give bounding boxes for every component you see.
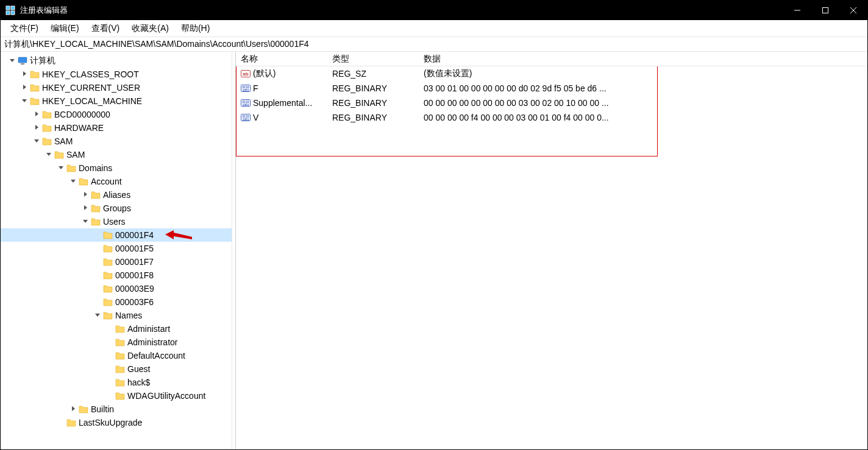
folder-icon — [103, 244, 113, 253]
folder-icon — [54, 150, 64, 160]
chevron-down-icon[interactable] — [20, 96, 30, 106]
tree-toggle-empty — [57, 418, 66, 427]
tree-node[interactable]: Domains — [1, 161, 232, 175]
folder-icon — [103, 230, 113, 240]
folder-icon — [103, 257, 113, 267]
tree-node-label: HARDWARE — [54, 123, 108, 133]
menu-help[interactable]: 帮助(H) — [175, 21, 216, 37]
tree-node[interactable]: Names — [1, 309, 232, 322]
minimize-button[interactable] — [783, 1, 811, 20]
value-row[interactable]: VREG_BINARY00 00 00 00 f4 00 00 00 03 00… — [236, 110, 867, 125]
chevron-down-icon[interactable] — [57, 163, 66, 173]
value-row[interactable]: Supplemental...REG_BINARY00 00 00 00 00 … — [236, 96, 867, 110]
registry-tree: 计算机HKEY_CLASSES_ROOTHKEY_CURRENT_USERHKE… — [1, 52, 232, 432]
value-type: REG_SZ — [327, 69, 419, 79]
column-type[interactable]: 类型 — [327, 52, 419, 66]
folder-icon — [42, 123, 52, 133]
tree-node[interactable]: 000001F5 — [1, 242, 232, 255]
chevron-down-icon[interactable] — [93, 311, 103, 320]
menu-view[interactable]: 查看(V) — [85, 21, 126, 37]
values-pane[interactable]: 名称 类型 数据 (默认)REG_SZ(数值未设置)FREG_BINARY03 … — [236, 52, 867, 449]
binary-value-icon — [241, 98, 251, 108]
tree-node[interactable]: LastSkuUpgrade — [1, 416, 232, 429]
tree-node-label: Builtin — [91, 404, 119, 414]
tree-node[interactable]: HKEY_CLASSES_ROOT — [1, 68, 232, 81]
chevron-right-icon[interactable] — [81, 190, 91, 200]
chevron-right-icon[interactable] — [81, 203, 91, 213]
tree-toggle-empty — [105, 351, 115, 360]
value-name: (默认) — [253, 68, 276, 79]
column-data[interactable]: 数据 — [419, 52, 867, 66]
chevron-right-icon[interactable] — [69, 404, 79, 414]
tree-toggle-empty — [93, 297, 103, 307]
address-input[interactable] — [4, 40, 867, 49]
menu-edit[interactable]: 编辑(E) — [44, 21, 85, 37]
tree-node[interactable]: BCD00000000 — [1, 108, 232, 121]
tree-pane[interactable]: 计算机HKEY_CLASSES_ROOTHKEY_CURRENT_USERHKE… — [1, 52, 232, 449]
chevron-down-icon[interactable] — [69, 177, 79, 186]
tree-node[interactable]: HKEY_CURRENT_USER — [1, 81, 232, 94]
tree-node[interactable]: 000001F7 — [1, 255, 232, 269]
folder-icon — [103, 297, 113, 307]
tree-node[interactable]: 计算机 — [1, 54, 232, 68]
tree-node[interactable]: Administrator — [1, 336, 232, 349]
value-row[interactable]: (默认)REG_SZ(数值未设置) — [236, 66, 867, 81]
tree-node[interactable]: SAM — [1, 148, 232, 161]
tree-node[interactable]: 000003E9 — [1, 282, 232, 295]
tree-node-label: hack$ — [127, 378, 155, 387]
tree-node-label: HKEY_CLASSES_ROOT — [42, 69, 144, 79]
chevron-down-icon[interactable] — [8, 56, 18, 66]
tree-node-label: Aliases — [103, 190, 135, 200]
tree-node[interactable]: Account — [1, 175, 232, 188]
folder-icon — [42, 136, 52, 146]
tree-node[interactable]: WDAGUtilityAccount — [1, 389, 232, 403]
tree-node[interactable]: 000003F6 — [1, 295, 232, 309]
close-button[interactable] — [839, 1, 867, 20]
tree-node[interactable]: hack$ — [1, 376, 232, 389]
tree-toggle-empty — [93, 284, 103, 294]
chevron-right-icon[interactable] — [32, 123, 42, 133]
menubar: 文件(F) 编辑(E) 查看(V) 收藏夹(A) 帮助(H) — [1, 20, 867, 37]
chevron-down-icon[interactable] — [44, 150, 54, 160]
column-name[interactable]: 名称 — [236, 52, 327, 66]
value-type: REG_BINARY — [327, 98, 419, 108]
tree-node[interactable]: 000001F8 — [1, 269, 232, 282]
titlebar: 注册表编辑器 — [1, 1, 867, 20]
tree-node[interactable]: Aliases — [1, 188, 232, 202]
registry-editor-window: 注册表编辑器 文件(F) 编辑(E) 查看(V) 收藏夹(A) 帮助(H) 计算… — [0, 0, 868, 450]
tree-toggle-empty — [105, 337, 115, 347]
tree-node-label: Guest — [127, 364, 155, 374]
app-icon — [5, 5, 15, 15]
tree-node[interactable]: DefaultAccount — [1, 349, 232, 362]
maximize-button[interactable] — [811, 1, 839, 20]
tree-node[interactable]: SAM — [1, 135, 232, 148]
tree-node[interactable]: HKEY_LOCAL_MACHINE — [1, 94, 232, 108]
tree-node-label: 000001F8 — [115, 270, 158, 280]
chevron-down-icon[interactable] — [81, 217, 91, 227]
value-row[interactable]: FREG_BINARY03 00 01 00 00 00 00 00 d0 02… — [236, 81, 867, 96]
chevron-right-icon[interactable] — [20, 69, 30, 79]
folder-icon — [42, 110, 52, 119]
folder-icon — [91, 190, 101, 200]
chevron-right-icon[interactable] — [20, 83, 30, 93]
tree-node[interactable]: Guest — [1, 362, 232, 376]
tree-node[interactable]: Administart — [1, 322, 232, 336]
window-title: 注册表编辑器 — [20, 5, 783, 16]
folder-icon — [79, 404, 88, 414]
menu-file[interactable]: 文件(F) — [4, 21, 44, 37]
tree-node[interactable]: 000001F4 — [1, 228, 232, 242]
computer-icon — [18, 56, 27, 66]
value-name-cell: F — [236, 83, 327, 93]
tree-node[interactable]: Users — [1, 215, 232, 228]
folder-icon — [103, 284, 113, 294]
value-name-cell: Supplemental... — [236, 98, 327, 108]
tree-node[interactable]: Groups — [1, 202, 232, 215]
tree-node[interactable]: Builtin — [1, 403, 232, 416]
tree-node-label: 000003F6 — [115, 297, 158, 307]
chevron-right-icon[interactable] — [32, 110, 42, 119]
tree-node[interactable]: HARDWARE — [1, 121, 232, 135]
tree-node-label: Users — [103, 217, 130, 227]
body: 计算机HKEY_CLASSES_ROOTHKEY_CURRENT_USERHKE… — [1, 52, 867, 449]
chevron-down-icon[interactable] — [32, 136, 42, 146]
menu-favorites[interactable]: 收藏夹(A) — [126, 21, 175, 37]
